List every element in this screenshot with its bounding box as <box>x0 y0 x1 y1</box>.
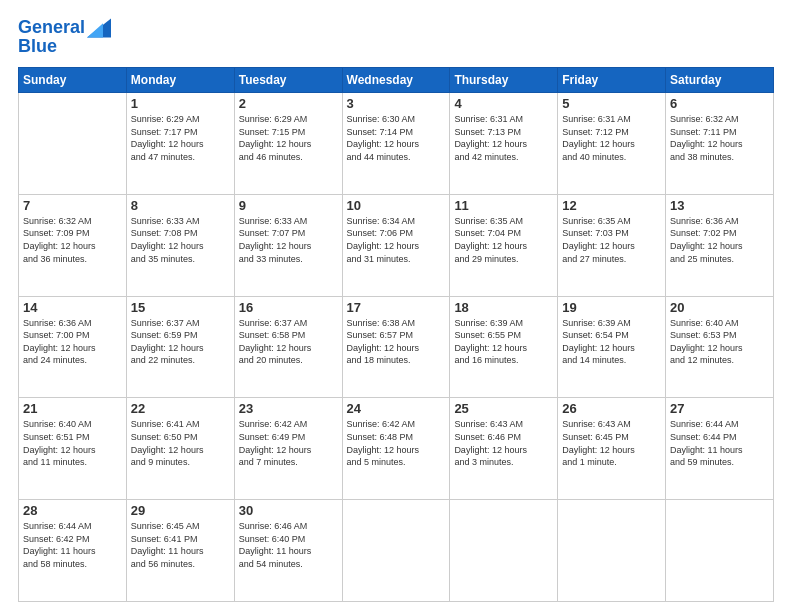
day-number: 2 <box>239 96 338 111</box>
day-info: Sunrise: 6:42 AM Sunset: 6:49 PM Dayligh… <box>239 418 338 468</box>
day-number: 13 <box>670 198 769 213</box>
calendar-day-cell: 20Sunrise: 6:40 AM Sunset: 6:53 PM Dayli… <box>666 296 774 398</box>
day-number: 3 <box>347 96 446 111</box>
day-number: 17 <box>347 300 446 315</box>
day-info: Sunrise: 6:46 AM Sunset: 6:40 PM Dayligh… <box>239 520 338 570</box>
calendar-day-cell: 4Sunrise: 6:31 AM Sunset: 7:13 PM Daylig… <box>450 93 558 195</box>
day-info: Sunrise: 6:35 AM Sunset: 7:03 PM Dayligh… <box>562 215 661 265</box>
day-info: Sunrise: 6:29 AM Sunset: 7:17 PM Dayligh… <box>131 113 230 163</box>
day-number: 11 <box>454 198 553 213</box>
header: General Blue <box>18 18 774 57</box>
weekday-header: Thursday <box>450 68 558 93</box>
day-info: Sunrise: 6:29 AM Sunset: 7:15 PM Dayligh… <box>239 113 338 163</box>
logo-text-general: General <box>18 18 85 38</box>
calendar-day-cell: 15Sunrise: 6:37 AM Sunset: 6:59 PM Dayli… <box>126 296 234 398</box>
calendar-day-cell: 22Sunrise: 6:41 AM Sunset: 6:50 PM Dayli… <box>126 398 234 500</box>
weekday-header: Sunday <box>19 68 127 93</box>
logo: General Blue <box>18 18 111 57</box>
day-number: 18 <box>454 300 553 315</box>
day-number: 27 <box>670 401 769 416</box>
calendar-day-cell <box>19 93 127 195</box>
day-info: Sunrise: 6:45 AM Sunset: 6:41 PM Dayligh… <box>131 520 230 570</box>
calendar-week-row: 7Sunrise: 6:32 AM Sunset: 7:09 PM Daylig… <box>19 194 774 296</box>
day-number: 21 <box>23 401 122 416</box>
calendar-day-cell: 17Sunrise: 6:38 AM Sunset: 6:57 PM Dayli… <box>342 296 450 398</box>
calendar-day-cell: 2Sunrise: 6:29 AM Sunset: 7:15 PM Daylig… <box>234 93 342 195</box>
weekday-header: Wednesday <box>342 68 450 93</box>
day-info: Sunrise: 6:37 AM Sunset: 6:58 PM Dayligh… <box>239 317 338 367</box>
day-number: 5 <box>562 96 661 111</box>
calendar-day-cell: 23Sunrise: 6:42 AM Sunset: 6:49 PM Dayli… <box>234 398 342 500</box>
day-info: Sunrise: 6:33 AM Sunset: 7:08 PM Dayligh… <box>131 215 230 265</box>
calendar-day-cell: 26Sunrise: 6:43 AM Sunset: 6:45 PM Dayli… <box>558 398 666 500</box>
day-number: 30 <box>239 503 338 518</box>
day-number: 4 <box>454 96 553 111</box>
calendar-week-row: 28Sunrise: 6:44 AM Sunset: 6:42 PM Dayli… <box>19 500 774 602</box>
calendar-day-cell: 18Sunrise: 6:39 AM Sunset: 6:55 PM Dayli… <box>450 296 558 398</box>
calendar-day-cell: 12Sunrise: 6:35 AM Sunset: 7:03 PM Dayli… <box>558 194 666 296</box>
calendar-day-cell: 8Sunrise: 6:33 AM Sunset: 7:08 PM Daylig… <box>126 194 234 296</box>
calendar-day-cell <box>450 500 558 602</box>
day-info: Sunrise: 6:43 AM Sunset: 6:46 PM Dayligh… <box>454 418 553 468</box>
day-info: Sunrise: 6:35 AM Sunset: 7:04 PM Dayligh… <box>454 215 553 265</box>
logo-icon <box>87 18 111 38</box>
day-info: Sunrise: 6:41 AM Sunset: 6:50 PM Dayligh… <box>131 418 230 468</box>
day-number: 1 <box>131 96 230 111</box>
day-number: 15 <box>131 300 230 315</box>
day-info: Sunrise: 6:40 AM Sunset: 6:51 PM Dayligh… <box>23 418 122 468</box>
day-info: Sunrise: 6:32 AM Sunset: 7:11 PM Dayligh… <box>670 113 769 163</box>
calendar-day-cell: 13Sunrise: 6:36 AM Sunset: 7:02 PM Dayli… <box>666 194 774 296</box>
calendar-day-cell: 10Sunrise: 6:34 AM Sunset: 7:06 PM Dayli… <box>342 194 450 296</box>
day-info: Sunrise: 6:37 AM Sunset: 6:59 PM Dayligh… <box>131 317 230 367</box>
day-number: 9 <box>239 198 338 213</box>
svg-marker-1 <box>87 23 103 37</box>
day-info: Sunrise: 6:44 AM Sunset: 6:44 PM Dayligh… <box>670 418 769 468</box>
day-number: 16 <box>239 300 338 315</box>
day-info: Sunrise: 6:43 AM Sunset: 6:45 PM Dayligh… <box>562 418 661 468</box>
day-info: Sunrise: 6:42 AM Sunset: 6:48 PM Dayligh… <box>347 418 446 468</box>
logo-text-blue: Blue <box>18 36 111 57</box>
page: General Blue SundayMondayTuesdayWednesda… <box>0 0 792 612</box>
day-number: 23 <box>239 401 338 416</box>
calendar-day-cell <box>666 500 774 602</box>
calendar-day-cell: 1Sunrise: 6:29 AM Sunset: 7:17 PM Daylig… <box>126 93 234 195</box>
day-info: Sunrise: 6:30 AM Sunset: 7:14 PM Dayligh… <box>347 113 446 163</box>
day-number: 28 <box>23 503 122 518</box>
calendar-day-cell: 6Sunrise: 6:32 AM Sunset: 7:11 PM Daylig… <box>666 93 774 195</box>
day-number: 26 <box>562 401 661 416</box>
day-info: Sunrise: 6:40 AM Sunset: 6:53 PM Dayligh… <box>670 317 769 367</box>
day-number: 12 <box>562 198 661 213</box>
day-number: 6 <box>670 96 769 111</box>
day-number: 10 <box>347 198 446 213</box>
day-number: 7 <box>23 198 122 213</box>
weekday-header: Saturday <box>666 68 774 93</box>
calendar-day-cell <box>342 500 450 602</box>
calendar-day-cell: 25Sunrise: 6:43 AM Sunset: 6:46 PM Dayli… <box>450 398 558 500</box>
day-info: Sunrise: 6:44 AM Sunset: 6:42 PM Dayligh… <box>23 520 122 570</box>
day-number: 19 <box>562 300 661 315</box>
calendar-header-row: SundayMondayTuesdayWednesdayThursdayFrid… <box>19 68 774 93</box>
calendar-day-cell: 19Sunrise: 6:39 AM Sunset: 6:54 PM Dayli… <box>558 296 666 398</box>
calendar-day-cell: 27Sunrise: 6:44 AM Sunset: 6:44 PM Dayli… <box>666 398 774 500</box>
day-info: Sunrise: 6:39 AM Sunset: 6:54 PM Dayligh… <box>562 317 661 367</box>
day-info: Sunrise: 6:31 AM Sunset: 7:13 PM Dayligh… <box>454 113 553 163</box>
day-number: 24 <box>347 401 446 416</box>
calendar-day-cell: 30Sunrise: 6:46 AM Sunset: 6:40 PM Dayli… <box>234 500 342 602</box>
day-info: Sunrise: 6:33 AM Sunset: 7:07 PM Dayligh… <box>239 215 338 265</box>
day-info: Sunrise: 6:34 AM Sunset: 7:06 PM Dayligh… <box>347 215 446 265</box>
day-info: Sunrise: 6:36 AM Sunset: 7:00 PM Dayligh… <box>23 317 122 367</box>
day-number: 8 <box>131 198 230 213</box>
calendar-day-cell: 5Sunrise: 6:31 AM Sunset: 7:12 PM Daylig… <box>558 93 666 195</box>
calendar-day-cell: 28Sunrise: 6:44 AM Sunset: 6:42 PM Dayli… <box>19 500 127 602</box>
day-number: 22 <box>131 401 230 416</box>
day-info: Sunrise: 6:38 AM Sunset: 6:57 PM Dayligh… <box>347 317 446 367</box>
day-number: 20 <box>670 300 769 315</box>
calendar-day-cell: 9Sunrise: 6:33 AM Sunset: 7:07 PM Daylig… <box>234 194 342 296</box>
calendar-day-cell: 3Sunrise: 6:30 AM Sunset: 7:14 PM Daylig… <box>342 93 450 195</box>
calendar-day-cell: 21Sunrise: 6:40 AM Sunset: 6:51 PM Dayli… <box>19 398 127 500</box>
calendar-day-cell: 24Sunrise: 6:42 AM Sunset: 6:48 PM Dayli… <box>342 398 450 500</box>
calendar-day-cell: 7Sunrise: 6:32 AM Sunset: 7:09 PM Daylig… <box>19 194 127 296</box>
day-info: Sunrise: 6:36 AM Sunset: 7:02 PM Dayligh… <box>670 215 769 265</box>
calendar-day-cell: 29Sunrise: 6:45 AM Sunset: 6:41 PM Dayli… <box>126 500 234 602</box>
calendar-week-row: 21Sunrise: 6:40 AM Sunset: 6:51 PM Dayli… <box>19 398 774 500</box>
